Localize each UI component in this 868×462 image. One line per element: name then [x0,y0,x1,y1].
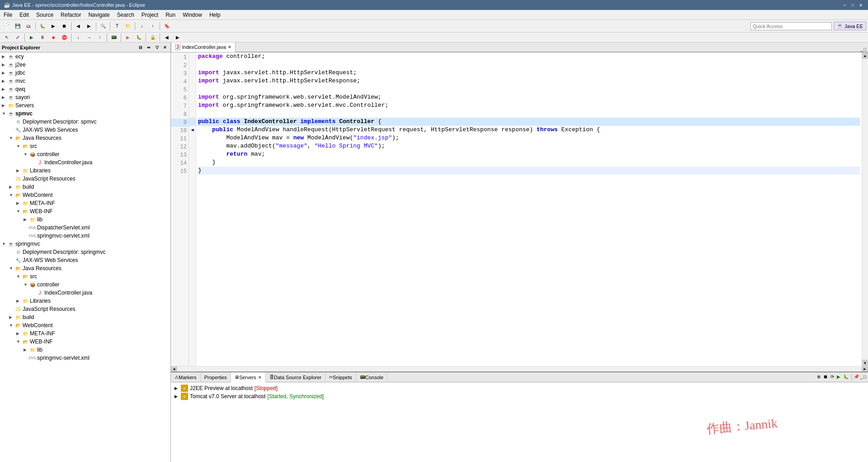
bt-publish-btn[interactable]: ⟳ [830,374,835,381]
menu-file[interactable]: File [0,10,16,20]
vscroll-up[interactable]: ▲ [862,52,868,59]
tree-item-metainf-spmvc[interactable]: ▶ 📁 META-INF [0,199,170,207]
tab-properties[interactable]: Properties [201,372,231,382]
editor-hscroll[interactable]: ◀ ▶ [171,366,868,372]
server-expand-j2ee[interactable]: ▶ [175,386,179,391]
resume-btn[interactable]: ▶ [27,33,37,43]
maximize-button[interactable]: □ [849,1,856,9]
prev-annotation-btn[interactable]: ↑ [148,21,158,31]
tree-item-build-spmvc[interactable]: ▶ 📁 build [0,183,170,191]
open-resource-btn[interactable]: 📁 [123,21,133,31]
vscroll-down[interactable]: ▼ [862,360,868,366]
tree-item-src-spmvc[interactable]: ▼ 📂 src [0,142,170,150]
tree-item-jdbc[interactable]: ▶ ☕ jdbc [0,69,170,77]
tree-item-indexcontroller-springmvc[interactable]: J IndexController.java [0,289,170,297]
tree-item-springmvc-servlet-spmvc[interactable]: XML springmvc-servlet.xml [0,232,170,240]
menu-navigate[interactable]: Navigate [85,10,113,20]
hscroll-left[interactable]: ◀ [171,367,177,372]
tree-item-deploy-springmvc[interactable]: ⚙ Deployment Descriptor: springmvc [0,248,170,256]
server-debug-btn[interactable]: 🐛 [134,33,144,43]
bt-debug-btn[interactable]: 🐛 [842,374,849,381]
tree-item-jax-springmvc[interactable]: 🔧 JAX-WS Web Services [0,256,170,264]
bt-new-btn[interactable]: ⊕ [816,374,821,381]
select-btn[interactable]: ⤢ [13,33,23,43]
server-j2ee[interactable]: ▶ S J2EE Preview at localhost [Stopped] [173,384,866,392]
tree-item-libraries-springmvc[interactable]: ▶ 📁 Libraries [0,297,170,305]
menu-edit[interactable]: Edit [16,10,33,20]
search-btn[interactable]: 🔍 [98,21,108,31]
tree-item-jsresources-springmvc[interactable]: JS JavaScript Resources [0,305,170,313]
tab-datasource[interactable]: 🗄 Data Source Explorer [266,372,326,382]
tree-item-ecy[interactable]: ▶ ☕ ecy [0,52,170,61]
tree-item-jax-spmvc[interactable]: 🔧 JAX-WS Web Services [0,126,170,134]
tree-item-webcontent-spmvc[interactable]: ▼ 📂 WebContent [0,191,170,199]
menu-window[interactable]: Window [179,10,206,20]
pe-link-btn[interactable]: ⇔ [145,44,152,51]
tree-item-webinf-springmvc[interactable]: ▼ 📂 WEB-INF [0,338,170,346]
tree-item-sayori[interactable]: ▶ ☕ sayori [0,93,170,101]
menu-source[interactable]: Source [33,10,57,20]
tree-item-javaresources-springmvc[interactable]: ▼ 📂 Java Resources [0,264,170,272]
pe-collapse-btn[interactable]: ⊟ [137,44,144,51]
pe-close-btn[interactable]: ✕ [161,44,169,51]
minimize-button[interactable]: ─ [841,1,848,9]
cursor-btn[interactable]: ↖ [2,33,12,43]
stop-button[interactable]: ⏹ [59,21,69,31]
bt-max-btn[interactable]: □ [863,374,866,381]
tree-item-springmvc-servlet2[interactable]: XML springmvc-servlet.xml [0,354,170,362]
bottom-tab-toolbar[interactable]: ⊕ ⏹ ⟳ ▶ 🐛 📌 _ □ [816,374,868,381]
tree-item-indexcontroller-spmvc[interactable]: J IndexController.java [0,158,170,167]
disconnect-btn[interactable]: ⛔ [59,33,69,43]
lock-btn[interactable]: 🔒 [148,33,158,43]
terminate-btn[interactable]: ■ [48,33,58,43]
stepover-btn[interactable]: → [84,33,94,43]
tree-item-controller-spmvc[interactable]: ▼ 📦 controller [0,150,170,158]
prev-edit-btn[interactable]: ◀ [73,21,83,31]
pe-menu-btn[interactable]: ▽ [153,44,160,51]
tree-item-libraries-spmvc[interactable]: ▶ 📁 Libraries [0,167,170,175]
project-explorer-toolbar[interactable]: ⊟ ⇔ ▽ ✕ [137,44,169,51]
tree-item-lib-springmvc[interactable]: ▶ 📁 lib [0,346,170,354]
tab-close-btn[interactable]: ✕ [228,45,231,49]
menu-help[interactable]: Help [206,10,224,20]
hscroll-right[interactable]: ▶ [862,367,868,372]
tree-item-servers[interactable]: ▶ 📁 Servers [0,101,170,110]
editor-max-btn[interactable]: □ [864,47,866,52]
server-run-btn[interactable]: ▶ [123,33,133,43]
back-btn[interactable]: ◀ [162,33,172,43]
tab-console[interactable]: 📟 Console [356,372,387,382]
open-type-btn[interactable]: T [112,21,122,31]
save-all-button[interactable]: 🗂 [24,21,33,31]
tree-item-src-springmvc[interactable]: ▼ 📂 src [0,272,170,281]
menu-refactor[interactable]: Refactor [57,10,85,20]
tree-item-build-springmvc[interactable]: ▶ 📁 build [0,313,170,321]
menu-run[interactable]: Run [162,10,179,20]
next-annotation-btn[interactable]: ↓ [137,21,147,31]
tab-servers[interactable]: 🖥 Servers ✕ [231,372,266,382]
tree-item-deploy-spmvc[interactable]: ⚙ Deployment Descriptor: spmvc [0,118,170,126]
server-expand-tomcat[interactable]: ▶ [175,394,179,399]
tree-item-jsresources-spmvc[interactable]: JS JavaScript Resources [0,175,170,183]
menu-search[interactable]: Search [113,10,138,20]
code-editor[interactable]: 1 2 3 4 5 6 7 8 9 10 11 12 13 14 [171,52,868,372]
save-button[interactable]: 💾 [13,21,23,31]
tab-snippets[interactable]: ✂ Snippets [326,372,356,382]
suspend-btn[interactable]: ⏸ [38,33,47,43]
tab-indexcontroller[interactable]: J IndexController.java ✕ [171,43,236,52]
bt-start-btn[interactable]: ▶ [836,374,841,381]
bookmark-btn[interactable]: 🔖 [162,21,172,31]
new-button[interactable]: 📄 [2,21,12,31]
server-tomcat[interactable]: ▶ S Tomcat v7.0 Server at localhost [Sta… [173,392,866,400]
code-content[interactable]: package controller; import javax.servlet… [196,52,862,366]
project-explorer-content[interactable]: ▶ ☕ ecy ▶ ☕ j2ee ▶ ☕ jdbc ▶ ☕ mvc [0,52,170,462]
tree-item-mvc[interactable]: ▶ ☕ mvc [0,77,170,85]
tree-item-dispatcherservlet-spmvc[interactable]: XML DispatcherServlet.xml [0,224,170,232]
tree-item-metainf-springmvc[interactable]: ▶ 📁 META-INF [0,329,170,338]
servers-close[interactable]: ✕ [258,375,262,380]
editor-vscroll[interactable]: ▲ ▼ [862,52,868,366]
tree-item-webcontent-springmvc[interactable]: ▼ 📂 WebContent [0,321,170,329]
bt-min-btn[interactable]: _ [860,374,863,381]
tree-item-j2ee[interactable]: ▶ ☕ j2ee [0,61,170,69]
tab-markers[interactable]: ⚠ Markers [171,372,201,382]
bt-pin-btn[interactable]: 📌 [854,374,859,381]
